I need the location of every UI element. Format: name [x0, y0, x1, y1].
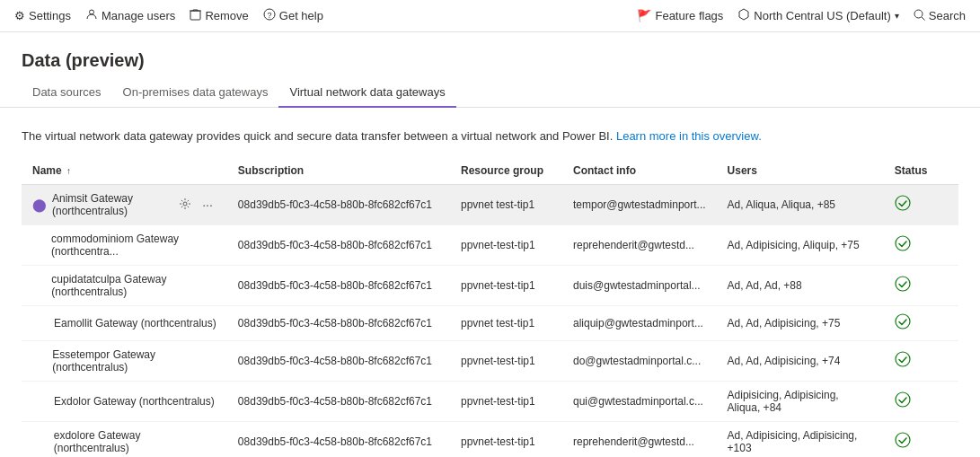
- remove-nav[interactable]: Remove: [190, 8, 248, 23]
- cell-resource-group: ppvnet-test-tip1: [450, 382, 562, 422]
- row-selected-icon: [32, 434, 49, 450]
- col-header-name: Name ↑: [22, 157, 227, 185]
- cell-resource-group: ppvnet-test-tip1: [450, 422, 562, 458]
- feature-flags-icon: 🚩: [637, 9, 651, 22]
- svg-point-7: [183, 202, 187, 206]
- tabs: Data sources On-premises data gateways V…: [0, 78, 980, 108]
- table-row[interactable]: exdolore Gateway (northcentralus) 08d39d…: [22, 422, 958, 458]
- cell-contact-info: do@gwtestadminportal.c...: [562, 341, 717, 382]
- get-help-icon: ?: [263, 8, 276, 23]
- cell-resource-group: ppvnet-test-tip1: [450, 266, 562, 306]
- col-header-users: Users: [717, 157, 884, 185]
- status-ok-icon: [895, 355, 911, 370]
- cell-users: Ad, Ad, Ad, +88: [717, 266, 884, 306]
- svg-rect-1: [190, 11, 200, 20]
- row-more-button[interactable]: ···: [199, 196, 216, 214]
- settings-icon: ⚙: [14, 9, 25, 22]
- cell-users: Ad, Adipisicing, Adipisicing, +103: [717, 422, 884, 458]
- description-text: The virtual network data gateway provide…: [22, 129, 613, 143]
- get-help-nav[interactable]: ? Get help: [263, 8, 323, 23]
- cell-name: exdolore Gateway (northcentralus): [22, 422, 227, 458]
- feature-flags-label: Feature flags: [655, 9, 723, 22]
- row-selected-icon: [32, 237, 46, 253]
- page-title: Data (preview): [22, 50, 958, 71]
- search-nav[interactable]: Search: [914, 9, 966, 23]
- table-row[interactable]: Essetempor Gateway (northcentralus) 08d3…: [22, 341, 958, 382]
- search-label: Search: [929, 9, 966, 22]
- table-row[interactable]: Exdolor Gateway (northcentralus) 08d39db…: [22, 382, 958, 422]
- tab-on-premises[interactable]: On-premises data gateways: [112, 78, 279, 108]
- svg-text:?: ?: [267, 11, 271, 20]
- gateway-name: Animsit Gateway (northcentralus): [52, 192, 166, 217]
- gateway-name: commodominiom Gateway (northcentra...: [51, 233, 216, 258]
- settings-label: Settings: [29, 9, 71, 22]
- tab-vnet[interactable]: Virtual network data gateways: [278, 78, 455, 108]
- cell-name: commodominiom Gateway (northcentra...: [22, 225, 227, 266]
- table-row[interactable]: cupidatatculpa Gateway (northcentralus) …: [22, 266, 958, 306]
- manage-users-label: Manage users: [102, 9, 175, 22]
- top-nav-right: 🚩 Feature flags North Central US (Defaul…: [637, 8, 966, 23]
- cell-resource-group: ppvnet-test-tip1: [450, 225, 562, 266]
- svg-point-12: [896, 352, 910, 366]
- col-header-subscription: Subscription: [227, 157, 450, 185]
- table-body: ⬤ Animsit Gateway (northcentralus) ··· 0…: [22, 185, 958, 458]
- svg-point-5: [914, 10, 923, 18]
- svg-point-8: [896, 196, 910, 210]
- gateway-name: cupidatatculpa Gateway (northcentralus): [51, 273, 216, 298]
- cell-subscription: 08d39db5-f0c3-4c58-b80b-8fc682cf67c1: [227, 225, 450, 266]
- table-row[interactable]: ⬤ Animsit Gateway (northcentralus) ··· 0…: [22, 185, 958, 225]
- col-header-resource-group: Resource group: [450, 157, 562, 185]
- svg-point-9: [896, 236, 910, 250]
- sort-asc-icon: ↑: [66, 166, 71, 176]
- gateway-name: Exdolor Gateway (northcentralus): [54, 395, 215, 408]
- status-ok-icon: [895, 395, 911, 410]
- status-ok-icon: [895, 435, 911, 451]
- cell-contact-info: qui@gwtestadminportal.c...: [562, 382, 717, 422]
- cell-contact-info: aliquip@gwtestadminport...: [562, 306, 717, 341]
- table-row[interactable]: Eamollit Gateway (northcentralus) 08d39d…: [22, 306, 958, 341]
- row-settings-button[interactable]: [175, 196, 195, 215]
- cell-status: [884, 382, 958, 422]
- description-link[interactable]: Learn more in this overview.: [616, 129, 762, 143]
- table-row[interactable]: commodominiom Gateway (northcentra... 08…: [22, 225, 958, 266]
- region-nav[interactable]: North Central US (Default) ▾: [737, 8, 898, 23]
- cell-name: Essetempor Gateway (northcentralus): [22, 341, 227, 382]
- cell-subscription: 08d39db5-f0c3-4c58-b80b-8fc682cf67c1: [227, 382, 450, 422]
- cell-status: [884, 422, 958, 458]
- cell-users: Ad, Aliqua, Aliqua, +85: [717, 185, 884, 225]
- cell-contact-info: duis@gwtestadminportal...: [562, 266, 717, 306]
- status-ok-icon: [895, 279, 911, 294]
- region-icon: [737, 8, 750, 23]
- cell-status: [884, 266, 958, 306]
- svg-point-13: [896, 392, 910, 407]
- status-ok-icon: [895, 198, 911, 214]
- table-header: Name ↑ Subscription Resource group Conta…: [22, 157, 958, 185]
- cell-contact-info: tempor@gwtestadminport...: [562, 185, 717, 225]
- cell-status: [884, 225, 958, 266]
- manage-users-nav[interactable]: Manage users: [85, 8, 175, 23]
- cell-subscription: 08d39db5-f0c3-4c58-b80b-8fc682cf67c1: [227, 306, 450, 341]
- cell-subscription: 08d39db5-f0c3-4c58-b80b-8fc682cf67c1: [227, 185, 450, 225]
- settings-nav[interactable]: ⚙ Settings: [14, 9, 71, 22]
- remove-label: Remove: [205, 9, 248, 22]
- feature-flags-nav[interactable]: 🚩 Feature flags: [637, 9, 723, 22]
- row-selected-icon: [32, 315, 49, 331]
- gateway-name: Eamollit Gateway (northcentralus): [54, 317, 216, 330]
- row-selected-icon: [32, 353, 47, 369]
- cell-users: Adipisicing, Adipisicing, Aliqua, +84: [717, 382, 884, 422]
- svg-line-6: [922, 17, 925, 21]
- top-nav-left: ⚙ Settings Manage users Remove: [14, 8, 323, 23]
- remove-icon: [190, 8, 201, 23]
- gateway-name: exdolore Gateway (northcentralus): [54, 429, 216, 454]
- region-label: North Central US (Default): [754, 9, 890, 22]
- row-selected-icon: [32, 277, 46, 294]
- tab-data-sources[interactable]: Data sources: [22, 78, 112, 108]
- cell-contact-info: reprehenderit@gwtestd...: [562, 422, 717, 458]
- gateways-table: Name ↑ Subscription Resource group Conta…: [22, 157, 958, 457]
- table-container: Name ↑ Subscription Resource group Conta…: [0, 157, 980, 457]
- cell-resource-group: ppvnet-test-tip1: [450, 341, 562, 382]
- gateway-name: Essetempor Gateway (northcentralus): [52, 348, 216, 374]
- get-help-label: Get help: [279, 9, 323, 22]
- cell-name: ⬤ Animsit Gateway (northcentralus) ···: [22, 185, 227, 225]
- search-icon: [914, 9, 925, 23]
